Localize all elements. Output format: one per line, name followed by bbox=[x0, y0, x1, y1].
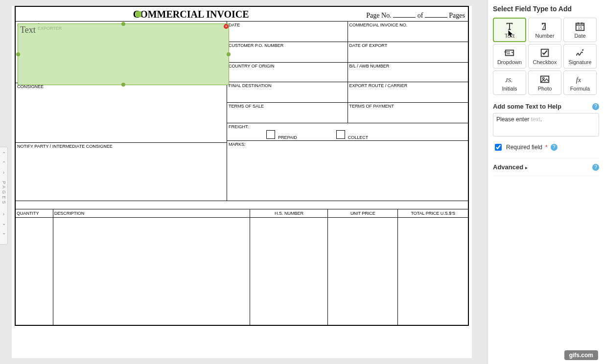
svg-text:15: 15 bbox=[578, 26, 582, 30]
advanced-info-icon[interactable]: ? bbox=[592, 164, 599, 171]
form-cell[interactable]: NOTIFY PARTY / INTERMEDIATE CONSIGNEE bbox=[16, 143, 227, 201]
form-cell[interactable]: CUSTOMER P.O. NUMBER bbox=[227, 42, 348, 63]
help-text-input[interactable]: Please enter text. bbox=[493, 113, 599, 136]
marks-cell[interactable]: MARKS: bbox=[227, 141, 468, 199]
field-type-initials[interactable]: JS.Initials bbox=[493, 70, 526, 95]
required-label: Required field bbox=[506, 144, 542, 151]
items-header: TOTAL PRICE U.S.$'S bbox=[398, 209, 468, 217]
number-icon: 7 bbox=[539, 21, 550, 32]
items-header: UNIT PRICE bbox=[328, 209, 398, 217]
form-cell[interactable]: B/L / AWB NUMBER bbox=[348, 63, 468, 82]
advanced-toggle[interactable]: Advanced ▸ ? bbox=[493, 158, 599, 176]
cell-label: EXPORT ROUTE / CARRIER bbox=[348, 82, 468, 89]
items-table: QUANTITYDESCRIPTIONH.S. NUMBERUNIT PRICE… bbox=[16, 209, 468, 325]
cell-label: CUSTOMER P.O. NUMBER bbox=[227, 42, 348, 49]
field-type-dropdown[interactable]: Dropdown bbox=[493, 44, 526, 68]
form-cell[interactable]: FINAL DESTINATION bbox=[227, 82, 348, 103]
field-type-label: Initials bbox=[502, 86, 517, 91]
help-text-heading: Add some Text to Help bbox=[493, 103, 561, 110]
watermark: gifs.com bbox=[564, 350, 598, 360]
form-cell[interactable]: TERMS OF SALE bbox=[227, 103, 348, 123]
svg-text:7: 7 bbox=[541, 22, 546, 31]
dropdown-icon bbox=[504, 47, 515, 58]
pages-rail[interactable]: ⌃ ⌃ › PAGES › ⌄ ⌄ bbox=[0, 147, 8, 245]
document-title: COMMERCIAL INVOICE bbox=[16, 7, 366, 21]
form-cell[interactable]: DATE bbox=[227, 22, 348, 42]
svg-text:JS.: JS. bbox=[505, 77, 512, 84]
properties-panel: Select Field Type to Add Text7Number15Da… bbox=[488, 0, 604, 364]
resize-handle-top[interactable] bbox=[121, 22, 125, 26]
field-type-label: Formula bbox=[570, 86, 590, 91]
resize-handle-bottom[interactable] bbox=[121, 83, 125, 87]
collect-checkbox[interactable] bbox=[336, 130, 345, 139]
page-of: of bbox=[418, 12, 423, 19]
cell-label: COMMERCIAL INVOICE NO. bbox=[348, 22, 468, 28]
spacer-row bbox=[16, 201, 468, 209]
cell-label: FREIGHT: bbox=[227, 123, 468, 130]
field-type-formula[interactable]: fxFormula bbox=[563, 70, 597, 95]
required-info-icon[interactable]: ? bbox=[551, 144, 558, 151]
initials-icon: JS. bbox=[504, 74, 515, 85]
pages-total-blank[interactable] bbox=[425, 17, 447, 18]
document-title-text: COMMERCIAL INVOICE bbox=[133, 9, 249, 20]
page-no-blank[interactable] bbox=[393, 17, 416, 18]
items-cell[interactable] bbox=[250, 217, 328, 325]
field-type-label: Dropdown bbox=[497, 59, 522, 65]
field-type-label: Date bbox=[574, 33, 585, 39]
field-type-checkbox[interactable]: Checkbox bbox=[528, 44, 561, 68]
date-icon: 15 bbox=[575, 21, 585, 32]
svg-point-12 bbox=[542, 77, 544, 79]
field-type-date[interactable]: 15Date bbox=[563, 18, 597, 42]
items-cell[interactable] bbox=[53, 217, 250, 325]
required-checkbox[interactable] bbox=[495, 144, 502, 151]
svg-text:fx: fx bbox=[576, 76, 581, 84]
help-info-icon[interactable]: ? bbox=[592, 103, 599, 110]
items-cell[interactable] bbox=[16, 217, 53, 325]
field-type-label: Photo bbox=[538, 86, 552, 91]
form-cell[interactable]: COMMERCIAL INVOICE NO. bbox=[348, 22, 468, 42]
cell-label: MARKS: bbox=[227, 141, 468, 148]
page-number-area: Page No. of Pages bbox=[366, 12, 468, 20]
items-header: DESCRIPTION bbox=[53, 209, 250, 217]
form-cell[interactable]: EXPORT ROUTE / CARRIER bbox=[348, 82, 468, 103]
cell-label: TERMS OF PAYMENT bbox=[348, 103, 468, 110]
chevron-down-icon[interactable]: ⌄ bbox=[2, 221, 6, 226]
chevron-right-icon: ▸ bbox=[525, 165, 528, 170]
cell-label: TERMS OF SALE bbox=[227, 103, 348, 110]
canvas[interactable]: COMMERCIAL INVOICE Page No. of Pages SHI… bbox=[0, 0, 488, 364]
chevron-right-icon[interactable]: › bbox=[3, 170, 4, 175]
form-cell[interactable]: CONSIGNEE bbox=[16, 83, 227, 143]
cell-label: NOTIFY PARTY / INTERMEDIATE CONSIGNEE bbox=[16, 143, 227, 150]
field-marker-icon[interactable] bbox=[136, 11, 141, 17]
field-type-photo[interactable]: Photo bbox=[528, 70, 561, 95]
form-cell[interactable]: COUNTRY OF ORIGIN bbox=[227, 63, 348, 82]
chevron-down-double-icon[interactable]: ⌄ bbox=[2, 230, 6, 235]
help-text-prefix: Please enter bbox=[496, 116, 531, 123]
delete-field-icon[interactable]: × bbox=[224, 24, 229, 29]
items-cell[interactable] bbox=[398, 217, 468, 325]
chevron-up-icon[interactable]: ⌃ bbox=[2, 160, 6, 166]
resize-handle-left[interactable] bbox=[16, 52, 20, 56]
resize-handle-right[interactable] bbox=[227, 52, 231, 56]
help-text-ghost: text bbox=[531, 116, 540, 123]
chevron-up-double-icon[interactable]: ⌃ bbox=[2, 151, 6, 157]
field-type-grid: Text7Number15DateDropdownCheckboxSignatu… bbox=[493, 18, 599, 95]
chevron-right-icon-2[interactable]: › bbox=[3, 211, 4, 217]
form-cell[interactable]: DATE OF EXPORT bbox=[348, 42, 468, 63]
items-cell[interactable] bbox=[328, 217, 398, 325]
freight-cell: FREIGHT:PREPAIDCOLLECT bbox=[227, 123, 468, 141]
selected-text-field[interactable]: Text EXPORTER × bbox=[18, 23, 229, 85]
form-cell[interactable]: TERMS OF PAYMENT bbox=[348, 103, 468, 123]
field-type-label: Number bbox=[535, 33, 554, 39]
prepaid-checkbox[interactable] bbox=[266, 130, 275, 139]
photo-icon bbox=[539, 74, 550, 85]
field-type-signature[interactable]: Signature bbox=[563, 44, 597, 68]
formula-icon: fx bbox=[575, 74, 585, 85]
field-type-number[interactable]: 7Number bbox=[528, 18, 561, 42]
form-page[interactable]: COMMERCIAL INVOICE Page No. of Pages SHI… bbox=[12, 6, 472, 358]
cursor-icon bbox=[507, 29, 515, 40]
cell-label: COUNTRY OF ORIGIN bbox=[227, 63, 348, 69]
required-asterisk: * bbox=[545, 144, 548, 151]
checkbox-icon bbox=[539, 47, 550, 58]
field-type-text[interactable]: Text bbox=[493, 18, 526, 42]
